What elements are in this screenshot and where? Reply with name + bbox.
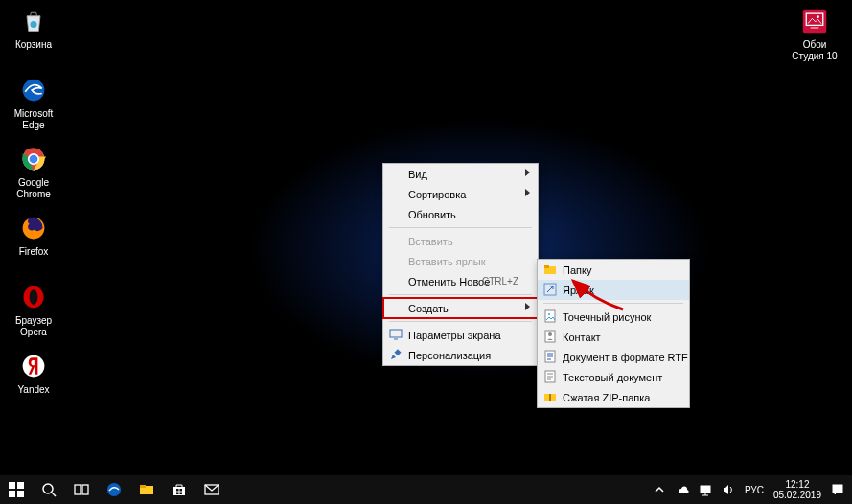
svg-point-8: [30, 289, 38, 305]
menu-item-label: Обновить: [408, 209, 456, 220]
svg-rect-36: [17, 491, 24, 497]
system-tray[interactable]: РУС 12:12 05.02.2019: [645, 479, 852, 500]
tray-date: 05.02.2019: [773, 490, 821, 500]
desktop-icon-wall-studio[interactable]: Обои Студия 10: [786, 5, 843, 62]
menu-item[interactable]: Вид: [383, 164, 538, 184]
personalize-icon: [389, 348, 403, 361]
taskbar-edge[interactable]: [98, 475, 130, 504]
menu-item[interactable]: Сжатая ZIP-папка: [538, 387, 689, 407]
start-button[interactable]: [0, 475, 33, 504]
svg-rect-48: [180, 493, 183, 495]
taskbar-explorer[interactable]: [130, 475, 163, 504]
svg-rect-32: [549, 394, 551, 401]
menu-item-label: Точечный рисунок: [563, 311, 651, 323]
desktop-icon-label: Браузер Opera: [5, 315, 62, 338]
taskbar[interactable]: РУС 12:12 05.02.2019: [0, 475, 852, 504]
wall-studio-icon: [798, 5, 831, 37]
chevron-right-icon: [525, 169, 530, 176]
menu-item-label: Сортировка: [408, 189, 466, 200]
chrome-icon: [17, 143, 50, 175]
menu-item-label: Персонализация: [408, 350, 491, 361]
menu-item-label: Вставить ярлык: [408, 256, 486, 267]
recycle-bin-icon: [17, 5, 50, 37]
svg-rect-40: [82, 485, 88, 494]
menu-item-label: Контакт: [563, 332, 601, 343]
svg-point-0: [31, 21, 37, 28]
menu-item-label: Параметры экрана: [408, 330, 501, 341]
search-button[interactable]: [33, 475, 65, 504]
tray-volume-icon[interactable]: [722, 483, 735, 496]
menu-item-label: Сжатая ZIP-папка: [563, 392, 650, 403]
tray-network-icon[interactable]: [699, 483, 712, 496]
opera-icon: [17, 281, 50, 313]
menu-item[interactable]: Папку: [538, 260, 689, 280]
menu-item: Вставить: [383, 231, 538, 251]
tray-chevron-icon[interactable]: [653, 483, 666, 496]
desktop-icon-edge[interactable]: Microsoft Edge: [5, 74, 62, 131]
menu-item-label: Отменить Новое: [408, 276, 490, 287]
menu-item[interactable]: Текстовый документ: [538, 367, 689, 387]
desktop-icon-label: Microsoft Edge: [5, 108, 62, 131]
svg-rect-47: [176, 493, 179, 495]
svg-rect-34: [17, 482, 24, 489]
shortcut-icon: [543, 283, 557, 296]
menu-item-label: Вставить: [408, 236, 453, 247]
svg-rect-43: [140, 485, 146, 488]
desktop-icon-yandex[interactable]: Yandex: [5, 350, 62, 396]
menu-item[interactable]: Создать: [383, 298, 538, 318]
menu-item-label: Текстовый документ: [563, 372, 662, 383]
create-submenu[interactable]: ПапкуЯрлыкТочечный рисунокКонтактДокумен…: [537, 259, 690, 408]
menu-item[interactable]: Точечный рисунок: [538, 307, 689, 327]
tray-language[interactable]: РУС: [745, 485, 764, 495]
display-icon: [389, 328, 403, 341]
menu-item[interactable]: Ярлык: [538, 280, 689, 300]
svg-rect-39: [75, 485, 81, 494]
menu-item: Вставить ярлык: [383, 251, 538, 271]
desktop-icon-chrome[interactable]: Google Chrome: [5, 143, 62, 200]
svg-rect-13: [390, 330, 402, 337]
desktop-icon-label: Google Chrome: [5, 177, 62, 200]
tray-onedrive-icon[interactable]: [676, 483, 689, 496]
yandex-icon: [17, 350, 50, 382]
firefox-icon: [17, 212, 50, 244]
svg-rect-45: [176, 489, 179, 492]
svg-rect-46: [180, 489, 183, 492]
menu-item-label: Создать: [408, 303, 449, 314]
tray-clock[interactable]: 12:12 05.02.2019: [773, 479, 821, 500]
folder-icon: [543, 263, 557, 276]
svg-line-38: [52, 493, 56, 496]
desktop-icon-firefox[interactable]: Firefox: [5, 212, 62, 258]
desktop-context-menu[interactable]: ВидСортировкаОбновитьВставитьВставить яр…: [382, 163, 539, 366]
svg-point-20: [548, 313, 550, 315]
rtf-icon: [543, 350, 557, 363]
desktop-icon-label: Yandex: [5, 384, 62, 396]
taskbar-store[interactable]: [163, 475, 196, 504]
edge-icon: [17, 74, 50, 106]
tray-notifications-icon[interactable]: [831, 483, 844, 496]
desktop-icon-opera[interactable]: Браузер Opera: [5, 281, 62, 338]
desktop-icon-label: Firefox: [5, 246, 62, 258]
chevron-right-icon: [525, 303, 530, 310]
desktop-icon-recycle-bin[interactable]: Корзина: [5, 5, 62, 51]
menu-item[interactable]: Параметры экрана: [383, 325, 538, 345]
txt-icon: [543, 370, 557, 383]
menu-item[interactable]: Персонализация: [383, 345, 538, 365]
menu-item[interactable]: Документ в формате RTF: [538, 347, 689, 367]
desktop[interactable]: КорзинаMicrosoft EdgeGoogle ChromeFirefo…: [0, 0, 852, 475]
svg-point-37: [43, 484, 53, 493]
menu-item-label: Документ в формате RTF: [563, 352, 688, 363]
menu-item-label: Ярлык: [563, 285, 594, 296]
menu-item[interactable]: Отменить НовоеCTRL+Z: [383, 271, 538, 291]
svg-rect-44: [173, 487, 185, 495]
taskbar-mail[interactable]: [196, 475, 228, 504]
svg-rect-33: [9, 482, 15, 489]
menu-item[interactable]: Сортировка: [383, 184, 538, 204]
menu-item-label: Вид: [408, 169, 427, 180]
tray-time: 12:12: [773, 479, 821, 490]
svg-rect-35: [9, 491, 15, 497]
bmp-icon: [543, 309, 557, 323]
taskview-button[interactable]: [65, 475, 98, 504]
menu-item[interactable]: Контакт: [538, 327, 689, 347]
menu-item[interactable]: Обновить: [383, 204, 538, 224]
svg-point-22: [548, 332, 552, 336]
